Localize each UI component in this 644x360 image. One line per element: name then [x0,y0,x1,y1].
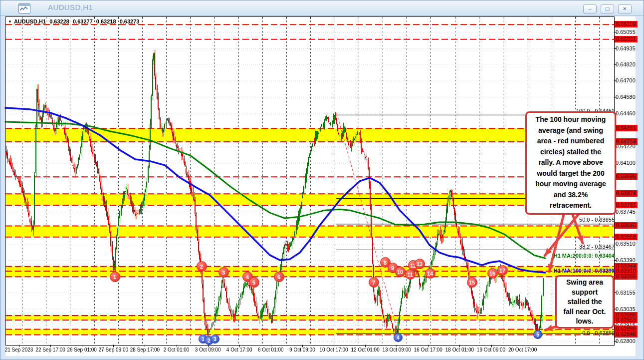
date-axis-label: 27 Sep 09:00 [99,347,129,353]
price-level-label: 0.64351 [615,125,638,131]
swing-circle-blue: 3 [211,335,219,344]
close-button[interactable]: ✕ [618,4,632,13]
date-axis-label: 4 Oct 17:00 [226,347,252,353]
swing-circle-blue: 5 [533,330,542,339]
date-axis-label: 26 Sep 01:00 [67,347,97,353]
annotation-box-rally: The 100 hour moving average (and swing a… [525,111,616,215]
price-axis-label: 0.64820 [616,61,636,68]
minimize-button[interactable]: – [583,4,597,13]
price-level-label: 0.63874 [615,190,638,197]
date-axis-label: 12 Oct 01:00 [351,347,379,353]
titlebar: AUDUSD,H1 – ▢ ✕ [0,0,644,16]
price-level-label: 0.65001 [615,36,638,42]
window-title: AUDUSD,H1 [48,3,93,11]
collapse-arrow-icon[interactable]: ▼ [8,19,12,24]
window-controls: – ▢ ✕ [583,4,632,13]
quote-low: 0.63218 [96,18,116,24]
icon-zigzag [19,6,28,12]
minimize-icon: – [589,6,592,11]
swing-circle-red: 13 [415,259,425,269]
price-level-label: 0.64254 [615,138,638,145]
swing-circle-red: 7 [369,277,379,288]
chart-window-icon [18,3,30,13]
price-level-label: 0.63559 [615,234,638,240]
date-axis-label: 13 Oct 09:00 [383,347,411,353]
fib-level-label: 0.0 - 0.62856 [582,330,615,336]
price-axis-label: 0.63035 [616,306,636,313]
swing-circle-red: 3 [218,267,229,278]
date-axis-label: 3 Oct 09:00 [195,347,221,353]
date-axis-label: 6 Oct 01:00 [258,347,284,353]
price-axis-label: 0.64100 [616,160,636,166]
quote-header: ▼AUDUSD,H1 0.63228 0.63277 0.63218 0.632… [8,18,141,24]
swing-circle-red: 6 [274,272,284,282]
ma100-label: H1 MA:100:0:0: 0.63299 [554,268,615,274]
swing-circle-blue: 4 [394,333,403,342]
annotation-box-swing-support: Swing area support stalled the fall near… [555,275,614,329]
swing-circle-red: 16 [487,268,498,279]
date-axis-label: 9 Oct 09:00 [289,347,315,353]
quote-open: 0.63228 [49,18,69,24]
quote-high: 0.63277 [73,18,93,24]
date-axis-label: 28 Sep 17:00 [130,347,160,353]
price-axis-label: 0.63510 [616,241,636,247]
price-level-label: 0.62953 [615,317,638,323]
date-axis-label: 18 Oct 01:00 [445,347,474,353]
price-level-label: 0.65109 [615,21,638,27]
price-level-label: 0.63791 [615,202,638,208]
price-level-label: 0.63269 [615,273,638,280]
close-icon: ✕ [623,6,627,11]
price-axis-label: 0.64700 [616,77,636,84]
quote-symbol: AUDUSD,H1 [14,18,46,24]
price-axis-label: 0.63155 [616,290,636,296]
swing-circle-red: 11 [405,269,416,280]
fib-level-label: 50.0 - 0.63655 [579,217,615,223]
restore-icon: ▢ [605,6,610,11]
price-level-label: 0.62846 [615,331,638,338]
swing-circle-red: 17 [497,265,508,276]
restore-button[interactable]: ▢ [601,4,614,13]
date-axis-label: 22 Sep 17:00 [35,347,65,353]
swing-circle-red: 1 [110,272,120,282]
price-axis-label: 0.63745 [616,209,636,215]
swing-circle-red: 5 [249,277,259,288]
swing-circle-red: 15 [467,277,477,288]
date-axis-label: 16 Oct 17:00 [414,347,442,353]
mt4-chart-window: AUDUSD,H1 – ▢ ✕ ▼AUDUSD,H1 0.63228 0.632… [0,0,644,360]
date-axis-label: 21 Sep 2023 [5,347,33,353]
price-axis-label: 0.64460 [616,110,636,117]
price-level-label: 0.63998 [615,173,638,180]
swing-circle-red: 10 [395,267,406,277]
ma200-label: H1 MA:200:0:0: 0.63404 [554,253,615,259]
fib-level-label: 38.2 - 0.63467 [579,244,615,250]
price-axis-label: 0.62800 [616,338,636,345]
date-axis-label: 20 Oct 17:00 [508,347,537,353]
price-axis-label: 0.64580 [616,94,636,100]
swing-circle-red: 2 [197,261,207,272]
quote-close: 0.63273 [120,18,140,24]
swing-circle-red: 14 [425,268,435,279]
date-axis-label: 2 Oct 01:00 [164,347,190,353]
date-axis-label: 19 Oct 09:00 [477,347,505,353]
price-axis-label: 0.65055 [616,29,636,35]
price-axis-label: 0.64935 [616,45,636,52]
date-axis-label: 10 Oct 17:00 [319,347,348,353]
price-level-label: 0.63640 [615,222,638,229]
